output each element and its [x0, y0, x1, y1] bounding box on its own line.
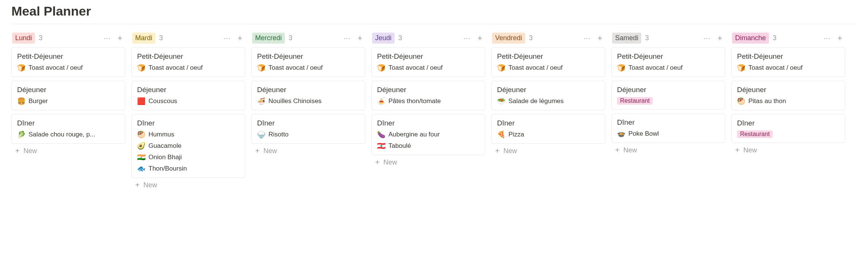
board-column: Samedi3⋯+Petit-Déjeuner🍞Toast avocat / o…	[611, 32, 725, 157]
card[interactable]: Dîner🥬Salade chou rouge, p...	[11, 114, 125, 144]
tag-badge: Restaurant	[617, 97, 653, 105]
card[interactable]: Déjeuner🍝Pâtes thon/tomate	[371, 81, 485, 110]
column-add-icon[interactable]: +	[235, 34, 245, 43]
card[interactable]: Déjeuner🍔Burger	[11, 81, 125, 110]
card-title: Déjeuner	[377, 86, 480, 94]
column-name-badge[interactable]: Mercredi	[252, 33, 285, 44]
item-emoji-icon: 🐟	[137, 165, 145, 173]
item-emoji-icon: 🍞	[497, 64, 505, 72]
column-header: Mardi3⋯+	[131, 32, 245, 47]
card-item: 🍞Toast avocat / oeuf	[617, 64, 720, 72]
card[interactable]: Dîner🥙Hummus🥑Guacamole🇮🇳Onion Bhaji🐟Thon…	[131, 114, 245, 178]
item-label: Pâtes thon/tomate	[388, 97, 441, 105]
item-emoji-icon: 🍞	[17, 64, 25, 72]
item-emoji-icon: 🍝	[377, 97, 385, 105]
card-item: 🐟Thon/Boursin	[137, 165, 240, 173]
item-emoji-icon: 🍲	[617, 130, 625, 138]
item-emoji-icon: 🥙	[137, 130, 145, 139]
item-label: Burger	[28, 97, 48, 105]
card-items: 🍲Poke Bowl	[617, 130, 720, 138]
new-card-button[interactable]: +New	[251, 144, 365, 158]
new-card-button[interactable]: +New	[131, 179, 245, 192]
card-items: 🥙Pitas au thon	[737, 97, 840, 105]
column-menu-icon[interactable]: ⋯	[822, 34, 832, 43]
card[interactable]: Petit-Déjeuner🍞Toast avocat / oeuf	[131, 47, 245, 77]
column-count: 3	[39, 34, 43, 42]
column-header: Dimanche3⋯+	[731, 32, 845, 47]
card-items: Restaurant	[737, 130, 840, 138]
card[interactable]: Déjeuner🍜Nouilles Chinoises	[251, 81, 365, 110]
board-column: Lundi3⋯+Petit-Déjeuner🍞Toast avocat / oe…	[11, 32, 125, 158]
item-emoji-icon: 🍞	[737, 64, 745, 72]
item-emoji-icon: 🇮🇳	[137, 153, 145, 161]
card[interactable]: Dîner🍆Aubergine au four🇱🇧Taboulé	[371, 114, 485, 155]
card[interactable]: Petit-Déjeuner🍞Toast avocat / oeuf	[371, 47, 485, 77]
item-label: Salade chou rouge, p...	[28, 131, 95, 138]
card[interactable]: DéjeunerRestaurant	[611, 81, 725, 110]
new-card-button[interactable]: +New	[371, 156, 485, 169]
column-menu-icon[interactable]: ⋯	[702, 34, 712, 43]
card-title: Dîner	[137, 119, 240, 127]
card[interactable]: Dîner🍚Risotto	[251, 114, 365, 144]
new-card-button[interactable]: +New	[11, 144, 125, 158]
column-name-badge[interactable]: Samedi	[612, 33, 641, 44]
column-name-badge[interactable]: Mardi	[132, 33, 155, 44]
column-add-icon[interactable]: +	[835, 34, 844, 43]
column-header: Vendredi3⋯+	[491, 32, 605, 47]
card[interactable]: DînerRestaurant	[731, 114, 845, 143]
card-items: 🥗Salade de légumes	[497, 97, 600, 105]
new-card-button[interactable]: +New	[731, 144, 845, 157]
column-menu-icon[interactable]: ⋯	[582, 34, 592, 43]
item-emoji-icon: 🍚	[257, 130, 265, 139]
card[interactable]: Petit-Déjeuner🍞Toast avocat / oeuf	[611, 47, 725, 77]
column-add-icon[interactable]: +	[355, 34, 365, 43]
column-name-badge[interactable]: Lundi	[12, 33, 35, 44]
cards-list: Petit-Déjeuner🍞Toast avocat / oeufDéjeun…	[371, 47, 485, 155]
card-item: 🟥Couscous	[137, 97, 240, 105]
cards-list: Petit-Déjeuner🍞Toast avocat / oeufDéjeun…	[11, 47, 125, 144]
card[interactable]: Déjeuner🥗Salade de légumes	[491, 81, 605, 110]
card-item: 🥬Salade chou rouge, p...	[17, 130, 120, 139]
card[interactable]: Petit-Déjeuner🍞Toast avocat / oeuf	[11, 47, 125, 77]
card[interactable]: Déjeuner🟥Couscous	[131, 81, 245, 110]
column-name-badge[interactable]: Dimanche	[732, 33, 769, 44]
card-item: 🍆Aubergine au four	[377, 130, 480, 139]
cards-list: Petit-Déjeuner🍞Toast avocat / oeufDéjeun…	[131, 47, 245, 178]
column-name-badge[interactable]: Vendredi	[492, 33, 525, 44]
new-label: New	[24, 147, 37, 155]
card-item: 🍚Risotto	[257, 130, 360, 139]
card-item: 🍜Nouilles Chinoises	[257, 97, 360, 105]
item-label: Toast avocat / oeuf	[628, 64, 683, 72]
column-add-icon[interactable]: +	[115, 34, 125, 43]
card[interactable]: Déjeuner🥙Pitas au thon	[731, 81, 845, 110]
column-menu-icon[interactable]: ⋯	[103, 34, 112, 43]
card[interactable]: Dîner🍕Pizza	[491, 114, 605, 144]
column-menu-icon[interactable]: ⋯	[462, 34, 472, 43]
card[interactable]: Dîner🍲Poke Bowl	[611, 113, 725, 143]
card[interactable]: Petit-Déjeuner🍞Toast avocat / oeuf	[251, 47, 365, 77]
card[interactable]: Petit-Déjeuner🍞Toast avocat / oeuf	[731, 47, 845, 77]
cards-list: Petit-Déjeuner🍞Toast avocat / oeufDéjeun…	[731, 47, 845, 143]
card-item: 🍝Pâtes thon/tomate	[377, 97, 480, 105]
card-items: 🍞Toast avocat / oeuf	[377, 64, 480, 72]
column-menu-icon[interactable]: ⋯	[223, 34, 232, 43]
column-add-icon[interactable]: +	[475, 34, 485, 43]
new-card-button[interactable]: +New	[611, 144, 725, 157]
card-title: Déjeuner	[737, 86, 840, 94]
column-add-icon[interactable]: +	[595, 34, 604, 43]
board: Lundi3⋯+Petit-Déjeuner🍞Toast avocat / oe…	[11, 32, 857, 192]
card-items: 🍚Risotto	[257, 130, 360, 139]
card-title: Petit-Déjeuner	[617, 52, 720, 61]
column-name-badge[interactable]: Jeudi	[372, 33, 395, 44]
tag-badge: Restaurant	[737, 130, 773, 138]
column-add-icon[interactable]: +	[715, 34, 724, 43]
item-label: Salade de légumes	[508, 97, 564, 105]
card-title: Déjeuner	[17, 86, 120, 94]
item-emoji-icon: 🍜	[257, 97, 265, 105]
card[interactable]: Petit-Déjeuner🍞Toast avocat / oeuf	[491, 47, 605, 77]
item-emoji-icon: 🇱🇧	[377, 142, 385, 150]
card-title: Dîner	[257, 119, 360, 127]
column-menu-icon[interactable]: ⋯	[342, 34, 352, 43]
new-card-button[interactable]: +New	[491, 144, 605, 158]
card-title: Dîner	[377, 119, 480, 127]
